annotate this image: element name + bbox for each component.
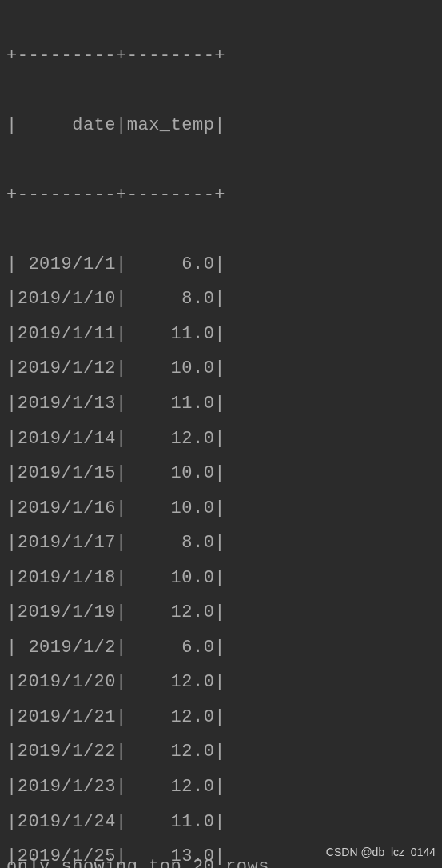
table-row: | 2019/1/2| 6.0| [6,630,436,666]
table-row: |2019/1/21| 12.0| [6,700,436,735]
table-row: |2019/1/16| 10.0| [6,491,436,526]
truncated-message: only showing top 20 rows [6,858,269,868]
table-rows-container: | 2019/1/1| 6.0||2019/1/10| 8.0||2019/1/… [6,247,436,868]
table-row: |2019/1/22| 12.0| [6,734,436,770]
table-row: |2019/1/24| 11.0| [6,805,436,840]
table-row: |2019/1/14| 12.0| [6,422,436,457]
table-row: |2019/1/15| 10.0| [6,456,436,491]
table-header: | date|max_temp| [6,108,436,143]
table-row: |2019/1/10| 8.0| [6,282,436,317]
table-row: |2019/1/17| 8.0| [6,526,436,561]
table-row: |2019/1/18| 10.0| [6,561,436,596]
table-row: |2019/1/12| 10.0| [6,351,436,386]
table-border-mid: +---------+--------+ [6,178,436,213]
table-row: | 2019/1/1| 6.0| [6,247,436,282]
table-row: |2019/1/23| 12.0| [6,770,436,805]
ascii-table-output: +---------+--------+ | date|max_temp| +-… [6,3,436,868]
table-row: |2019/1/20| 12.0| [6,665,436,700]
table-row: |2019/1/11| 11.0| [6,317,436,352]
table-border-top: +---------+--------+ [6,38,436,74]
table-row: |2019/1/19| 12.0| [6,595,436,630]
watermark-text: CSDN @db_lcz_0144 [326,846,436,858]
table-row: |2019/1/13| 11.0| [6,386,436,422]
